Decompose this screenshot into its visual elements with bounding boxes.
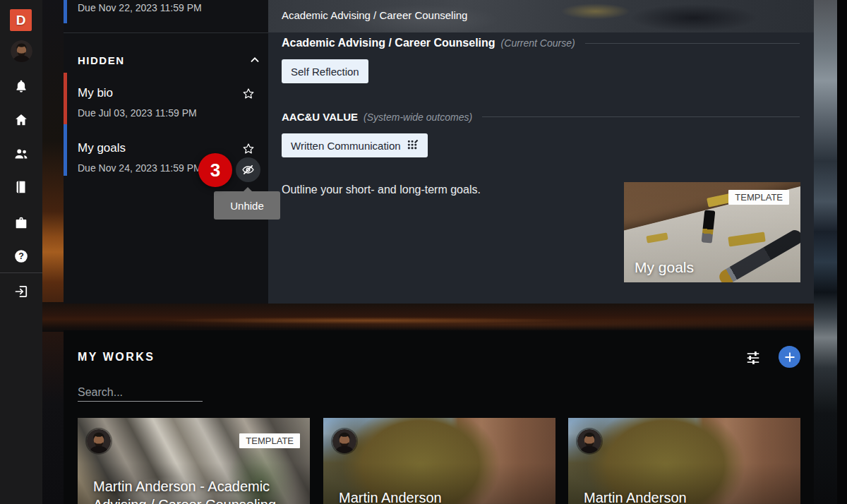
panel-divider	[64, 32, 268, 33]
course-heading-row: Academic Advising / Career Counseling (C…	[282, 37, 800, 49]
portfolio-app: D ? Due Nov 22, 2023 11:59 PM H	[0, 0, 847, 504]
filter-sliders-icon[interactable]	[745, 350, 761, 366]
work-card[interactable]: Martin Anderson	[568, 418, 800, 504]
chip-label: Self Reflection	[291, 66, 359, 78]
item-detail-panel: Academic Advising / Career Counseling Ac…	[268, 0, 814, 304]
outcomes-heading-row: AAC&U VALUE (System-wide outcomes)	[282, 111, 800, 123]
item-due-date: Due Nov 24, 2023 11:59 PM	[78, 162, 202, 174]
work-card-title: Martin Anderson - Academic Advising / Ca…	[93, 477, 292, 504]
course-heading: Academic Advising / Career Counseling	[282, 37, 495, 49]
written-communication-chip[interactable]: Written Communication	[282, 133, 428, 157]
svg-text:?: ?	[18, 251, 24, 261]
work-card[interactable]: Martin Anderson	[323, 418, 555, 504]
eye-off-icon	[241, 162, 256, 177]
work-card[interactable]: TEMPLATE Martin Anderson - Academic Advi…	[78, 418, 310, 504]
chevron-up-icon[interactable]	[248, 54, 261, 66]
avatar	[577, 429, 601, 453]
heading-rule	[585, 43, 800, 44]
template-badge: TEMPLATE	[239, 433, 300, 448]
user-avatar[interactable]	[11, 40, 32, 62]
star-icon[interactable]	[241, 87, 256, 101]
work-card-title: Martin Anderson	[339, 488, 537, 504]
template-badge: TEMPLATE	[728, 190, 789, 205]
self-reflection-chip[interactable]: Self Reflection	[282, 59, 368, 83]
home-icon[interactable]	[13, 112, 29, 128]
background-photo-left	[42, 0, 65, 504]
add-work-button[interactable]	[779, 346, 800, 368]
background-edge	[837, 0, 847, 504]
avatar	[87, 429, 111, 453]
work-card-title: Martin Anderson	[584, 488, 782, 504]
unhide-button[interactable]	[236, 157, 260, 182]
rubric-dots-icon	[407, 140, 419, 151]
outcomes-heading: AAC&U VALUE	[282, 111, 358, 123]
hidden-section-title[interactable]: HIDDEN	[78, 54, 125, 66]
chip-label: Written Communication	[291, 140, 401, 152]
background-photo-band	[42, 302, 814, 332]
star-icon[interactable]	[241, 142, 256, 156]
search-input[interactable]	[78, 383, 203, 402]
item-due-date: Due Nov 22, 2023 11:59 PM	[78, 2, 202, 13]
item-accent-blue	[64, 0, 67, 23]
item-accent-red	[64, 73, 67, 124]
my-works-title: MY WORKS	[78, 351, 155, 364]
item-description: Outline your short- and long-term goals.	[282, 184, 481, 196]
app-logo[interactable]: D	[10, 9, 32, 31]
click-step-marker: 3	[198, 153, 232, 187]
banner-title: Academic Advising / Career Counseling	[282, 9, 467, 21]
item-accent-blue	[64, 124, 67, 176]
heading-rule	[482, 116, 800, 117]
sign-out-icon[interactable]	[13, 284, 29, 299]
background-photo-right	[814, 0, 837, 504]
template-card-title: My goals	[635, 259, 694, 276]
icon-sidebar: D ?	[0, 0, 42, 504]
hidden-item-my-goals[interactable]: My goals	[78, 141, 126, 155]
plus-icon	[783, 350, 797, 364]
outcomes-qualifier: (System-wide outcomes)	[364, 112, 472, 123]
courses-book-icon[interactable]	[13, 179, 29, 195]
avatar	[332, 429, 356, 453]
people-icon[interactable]	[13, 146, 29, 162]
hidden-item-my-bio[interactable]: My bio	[78, 86, 113, 100]
hidden-items-panel: Due Nov 22, 2023 11:59 PM HIDDEN My bio …	[64, 0, 268, 304]
my-works-panel: MY WORKS TEMPLATE Martin Anderson - Acad…	[64, 330, 814, 504]
my-goals-template-card[interactable]: TEMPLATE My goals	[624, 182, 800, 282]
briefcase-icon[interactable]	[13, 215, 29, 231]
sidebar-divider	[0, 272, 42, 273]
course-qualifier: (Current Course)	[501, 37, 575, 49]
notifications-bell-icon[interactable]	[13, 79, 29, 95]
item-due-date: Due Jul 03, 2023 11:59 PM	[78, 107, 197, 119]
unhide-tooltip: Unhide	[214, 191, 280, 220]
help-icon[interactable]: ?	[13, 248, 29, 264]
